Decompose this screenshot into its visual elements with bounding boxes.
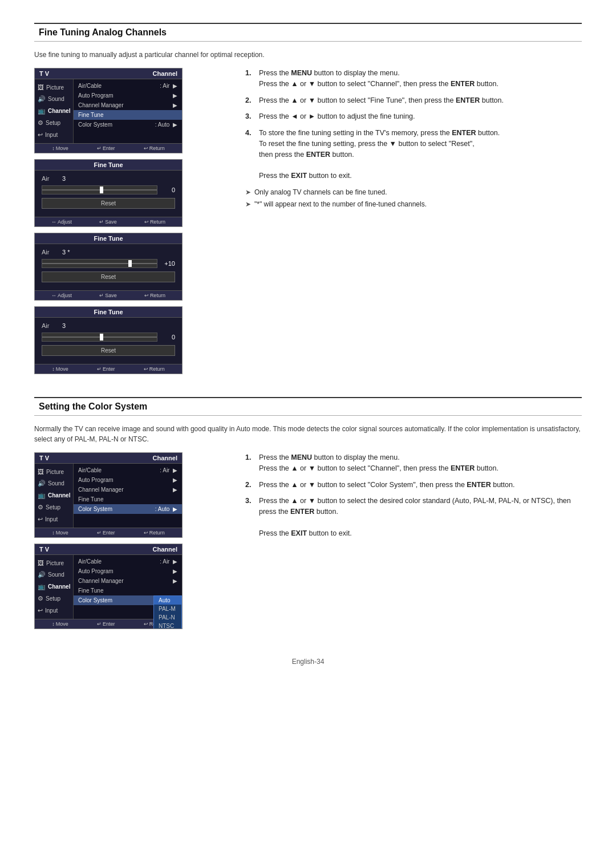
cs-return-icon-2: ↩ bbox=[144, 621, 148, 627]
channel-icon: 📺 bbox=[38, 107, 46, 115]
step-content-3: Press the ◄ or ► button to adjust the fi… bbox=[259, 111, 582, 122]
cs-footer-enter-1: ↵ Enter bbox=[97, 530, 115, 536]
ft-footer-return-3: ↩ Return bbox=[144, 366, 165, 372]
cs-step-num-1: 1. bbox=[245, 452, 254, 474]
page-footer: English-34 bbox=[34, 652, 582, 666]
menu-content-1: Air/Cable : Air ▶ Auto Program ▶ Channel… bbox=[74, 79, 182, 143]
ft-return-label-1: Return bbox=[150, 219, 165, 225]
fine-tuning-left: T V Channel 🖼 Picture 🔊 Sound bbox=[34, 68, 228, 374]
cs-move-icon-2: ↕ bbox=[52, 621, 55, 627]
cs-sidebar-sound-2: 🔊 Sound bbox=[35, 569, 73, 581]
channelmanager-label: Channel Manager bbox=[78, 102, 124, 108]
color-system-left: T V Channel 🖼 Picture 🔊 Sound bbox=[34, 452, 228, 629]
finetune-header-2: Fine Tune bbox=[35, 233, 182, 244]
cs-input-label-2: Input bbox=[45, 607, 58, 614]
cs-input-icon-1: ↩ bbox=[38, 516, 43, 523]
cs-sidebar-setup-2: ⚙ Setup bbox=[35, 593, 73, 605]
cs-colorsystem-label-2: Color System bbox=[78, 597, 112, 603]
cs-content-2: Air/Cable : Air ▶ Auto Program ▶ Channel… bbox=[74, 555, 182, 619]
step-num-4: 4. bbox=[245, 128, 254, 181]
cs-autoprogram-arrow-2: ▶ bbox=[173, 568, 177, 574]
cs-sidebar-channel-1: 📺 Channel bbox=[35, 489, 73, 501]
ft-reset-2[interactable]: Reset bbox=[42, 271, 175, 282]
ft-track-3 bbox=[42, 337, 157, 338]
ft-air-val-3: 3 bbox=[62, 322, 74, 329]
cs-channel-icon-2: 📺 bbox=[38, 583, 46, 590]
finetune-box-1: Fine Tune Air 3 0 Reset bbox=[34, 159, 183, 227]
move-icon-3: ↕ bbox=[52, 366, 55, 372]
submenu-palm: PAL-M bbox=[154, 605, 181, 613]
menu-body-1: 🖼 Picture 🔊 Sound 📺 Channel ⚙ bbox=[35, 79, 182, 143]
save-icon-2: ↵ bbox=[99, 293, 104, 298]
cs-setup-label-2: Setup bbox=[46, 595, 60, 602]
ft-reset-3[interactable]: Reset bbox=[42, 345, 175, 356]
ft-thumb-3 bbox=[100, 334, 103, 341]
sound-icon: 🔊 bbox=[38, 95, 46, 103]
note-arrow-1: ➤ bbox=[245, 187, 251, 197]
cs-item-finetune-1: Fine Tune bbox=[74, 495, 182, 504]
note-1: ➤ Only analog TV channels can be fine tu… bbox=[245, 187, 582, 197]
cs-step-num-2: 2. bbox=[245, 480, 254, 491]
enter-icon-3: ↵ bbox=[97, 366, 102, 372]
step-num-3: 3. bbox=[245, 111, 254, 122]
cs-content-1: Air/Cable : Air ▶ Auto Program ▶ Channel… bbox=[74, 464, 182, 528]
cs-step-3: 3. Press the ▲ or ▼ button to select the… bbox=[245, 496, 582, 538]
color-system-right: 1. Press the MENU button to display the … bbox=[245, 452, 582, 544]
cs-menu-body-1: 🖼 Picture 🔊 Sound 📺 Channel ⚙ bbox=[35, 464, 182, 528]
cs-colorsystem-value-1: : Auto ▶ bbox=[155, 506, 177, 512]
ft-thumb-2 bbox=[128, 260, 132, 267]
ft-slider-3 bbox=[42, 333, 157, 342]
sidebar-picture: 🖼 Picture bbox=[35, 82, 73, 93]
cs-channel-icon-1: 📺 bbox=[38, 492, 46, 499]
ft-slider-row-3: 0 bbox=[42, 333, 175, 342]
ft-thumb-1 bbox=[100, 187, 103, 193]
menu-item-autoprogram: Auto Program ▶ bbox=[74, 91, 182, 100]
cs-menu-header-2: T V Channel bbox=[35, 544, 182, 555]
cs-sound-label-1: Sound bbox=[48, 480, 64, 487]
cs-enter-icon-2: ↵ bbox=[97, 621, 102, 627]
cs-input-icon-2: ↩ bbox=[38, 607, 43, 614]
cs-channel-label-2: Channel bbox=[48, 583, 70, 590]
color-system-section: Setting the Color System Normally the TV… bbox=[34, 397, 582, 629]
ft-return-label-3: Return bbox=[149, 366, 165, 372]
sidebar-sound: 🔊 Sound bbox=[35, 93, 73, 105]
cs-menu-header-1: T V Channel bbox=[35, 453, 182, 464]
channel-menu-cs-1: T V Channel 🖼 Picture 🔊 Sound bbox=[34, 452, 183, 538]
adjust-label-2: Adjust bbox=[58, 293, 72, 298]
step-content-4: To store the fine tuning setting in the … bbox=[259, 128, 582, 181]
cs-step-2: 2. Press the ▲ or ▼ button to select "Co… bbox=[245, 480, 582, 491]
menu-item-colorsystem: Color System : Auto ▶ bbox=[74, 120, 182, 129]
enter-icon: ↵ bbox=[97, 145, 102, 151]
adjust-label-1: Adjust bbox=[58, 219, 72, 225]
cs-sidebar-input-2: ↩ Input bbox=[35, 605, 73, 617]
menu-item-aircable: Air/Cable : Air ▶ bbox=[74, 81, 182, 91]
cs-sidebar-setup-1: ⚙ Setup bbox=[35, 501, 73, 513]
fine-tuning-content: T V Channel 🖼 Picture 🔊 Sound bbox=[34, 68, 582, 374]
cs-item-aircable-1: Air/Cable : Air ▶ bbox=[74, 465, 182, 475]
cs-picture-icon-1: 🖼 bbox=[38, 468, 44, 475]
sidebar-input-label: Input bbox=[45, 132, 58, 138]
cs-sidebar-1: 🖼 Picture 🔊 Sound 📺 Channel ⚙ bbox=[35, 464, 74, 528]
move-label-3: Move bbox=[56, 366, 68, 372]
ft-footer-return-1: ↩ Return bbox=[144, 219, 165, 225]
ft-row-3: Air 3 bbox=[42, 322, 175, 329]
cs-move-label-2: Move bbox=[56, 621, 68, 627]
ft-track-2 bbox=[42, 263, 157, 264]
cs-item-colorsystem-1: Color System : Auto ▶ bbox=[74, 504, 182, 514]
menu-title-channel: Channel bbox=[153, 70, 177, 77]
cs-footer-move-2: ↕ Move bbox=[52, 621, 68, 627]
footer-move: ↕ Move bbox=[52, 145, 68, 151]
cs-move-label-1: Move bbox=[56, 530, 68, 536]
sidebar-input: ↩ Input bbox=[35, 129, 73, 141]
cs-menu-channel-2: Channel bbox=[153, 546, 177, 553]
cs-item-aircable-2: Air/Cable : Air ▶ bbox=[74, 557, 182, 566]
sidebar-picture-label: Picture bbox=[46, 84, 64, 91]
cs-picture-label-2: Picture bbox=[46, 560, 64, 566]
ft-slider-row-1: 0 bbox=[42, 185, 175, 194]
aircable-value: : Air ▶ bbox=[160, 83, 177, 89]
cs-sound-icon-1: 🔊 bbox=[38, 480, 46, 487]
ft-reset-1[interactable]: Reset bbox=[42, 198, 175, 209]
setup-icon: ⚙ bbox=[38, 119, 43, 127]
menu-item-finetune: Fine Tune bbox=[74, 110, 182, 120]
autoprogram-label: Auto Program bbox=[78, 92, 114, 99]
